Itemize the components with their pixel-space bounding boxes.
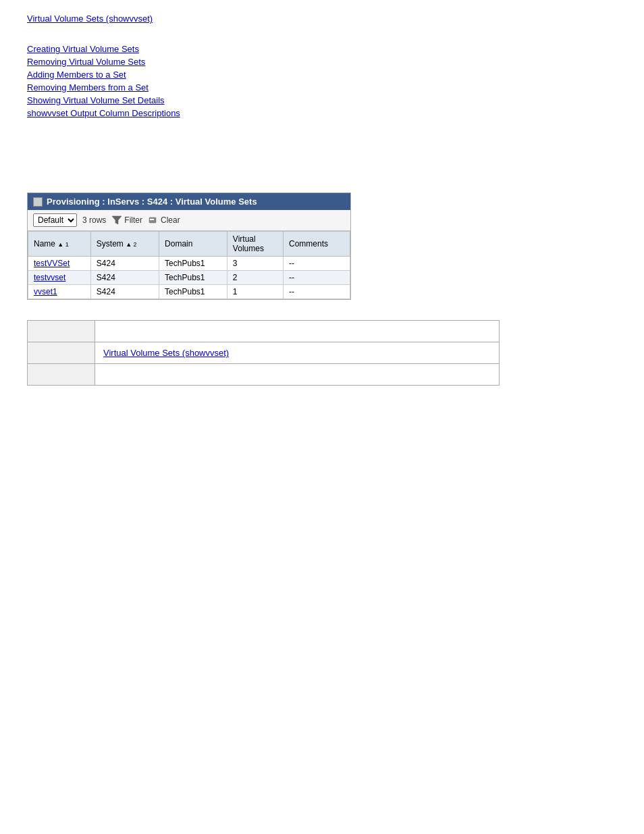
vvsets-table: Name ▲ 1 System ▲ 2 Domain VirtualVolume… bbox=[28, 231, 350, 299]
section-link-5[interactable]: Showing Virtual Volume Set Details bbox=[27, 95, 617, 105]
bottom-row-3 bbox=[28, 364, 500, 386]
panel-title-bar: Provisioning : InServs : S424 : Virtual … bbox=[28, 193, 350, 210]
panel-toolbar: Default 3 rows Filter Clear bbox=[28, 210, 350, 231]
table-row: testvvsetS424TechPubs12-- bbox=[28, 271, 350, 285]
table-row: vvset1S424TechPubs11-- bbox=[28, 285, 350, 299]
section-link-6[interactable]: showvvset Output Column Descriptions bbox=[27, 108, 617, 118]
cell-system: S424 bbox=[90, 257, 159, 271]
cell-name: testVVSet bbox=[28, 257, 91, 271]
col-system-sort: ▲ 2 bbox=[126, 241, 136, 248]
svg-marker-0 bbox=[112, 216, 122, 224]
clear-icon bbox=[148, 215, 159, 225]
cell-name: vvset1 bbox=[28, 285, 91, 299]
bottom-label-2 bbox=[28, 342, 95, 364]
col-name-sort: ▲ 1 bbox=[57, 241, 68, 248]
clear-button[interactable]: Clear bbox=[148, 215, 180, 225]
row-name-link[interactable]: testvvset bbox=[34, 273, 65, 282]
svg-rect-2 bbox=[150, 219, 154, 220]
cell-vv: 1 bbox=[227, 285, 283, 299]
col-header-vv[interactable]: VirtualVolumes bbox=[227, 232, 283, 257]
col-header-system[interactable]: System ▲ 2 bbox=[90, 232, 159, 257]
col-header-domain[interactable]: Domain bbox=[159, 232, 227, 257]
col-header-comments[interactable]: Comments bbox=[284, 232, 350, 257]
bottom-row-1 bbox=[28, 321, 500, 342]
cell-domain: TechPubs1 bbox=[159, 285, 227, 299]
filter-icon bbox=[111, 215, 122, 225]
panel-title-icon bbox=[33, 197, 43, 207]
row-count: 3 rows bbox=[82, 215, 106, 225]
section-link-2[interactable]: Removing Virtual Volume Sets bbox=[27, 57, 617, 67]
cell-system: S424 bbox=[90, 285, 159, 299]
section-link-1[interactable]: Creating Virtual Volume Sets bbox=[27, 44, 617, 54]
bottom-content-3 bbox=[95, 364, 500, 386]
row-name-link[interactable]: testVVSet bbox=[34, 259, 70, 268]
section-links: Creating Virtual Volume Sets Removing Vi… bbox=[27, 44, 617, 118]
cell-name: testvvset bbox=[28, 271, 91, 285]
col-domain-label: Domain bbox=[165, 239, 192, 249]
filter-button[interactable]: Filter bbox=[111, 215, 142, 225]
bottom-label-3 bbox=[28, 364, 95, 386]
vvsets-panel: Provisioning : InServs : S424 : Virtual … bbox=[27, 192, 351, 300]
bottom-ref-table: Virtual Volume Sets (showvvset) bbox=[27, 320, 500, 386]
cell-comments: -- bbox=[284, 285, 350, 299]
col-name-label: Name bbox=[34, 239, 57, 249]
bottom-content-1 bbox=[95, 321, 500, 342]
bottom-content-2: Virtual Volume Sets (showvvset) bbox=[95, 342, 500, 364]
bottom-link[interactable]: Virtual Volume Sets (showvvset) bbox=[103, 348, 229, 358]
filter-dropdown[interactable]: Default bbox=[33, 213, 77, 227]
top-link[interactable]: Virtual Volume Sets (showvvset) bbox=[27, 14, 153, 24]
col-header-name[interactable]: Name ▲ 1 bbox=[28, 232, 91, 257]
cell-vv: 3 bbox=[227, 257, 283, 271]
panel-title-text: Provisioning : InServs : S424 : Virtual … bbox=[47, 197, 257, 207]
section-link-3[interactable]: Adding Members to a Set bbox=[27, 70, 617, 80]
cell-domain: TechPubs1 bbox=[159, 271, 227, 285]
cell-system: S424 bbox=[90, 271, 159, 285]
row-name-link[interactable]: vvset1 bbox=[34, 287, 57, 296]
table-row: testVVSetS424TechPubs13-- bbox=[28, 257, 350, 271]
cell-domain: TechPubs1 bbox=[159, 257, 227, 271]
section-link-4[interactable]: Removing Members from a Set bbox=[27, 82, 617, 93]
bottom-row-2: Virtual Volume Sets (showvvset) bbox=[28, 342, 500, 364]
filter-label: Filter bbox=[124, 215, 142, 225]
col-vv-label: VirtualVolumes bbox=[233, 234, 264, 253]
clear-label: Clear bbox=[161, 215, 180, 225]
cell-vv: 2 bbox=[227, 271, 283, 285]
cell-comments: -- bbox=[284, 257, 350, 271]
cell-comments: -- bbox=[284, 271, 350, 285]
col-comments-label: Comments bbox=[289, 239, 328, 249]
col-system-label: System bbox=[97, 239, 126, 249]
bottom-label-1 bbox=[28, 321, 95, 342]
